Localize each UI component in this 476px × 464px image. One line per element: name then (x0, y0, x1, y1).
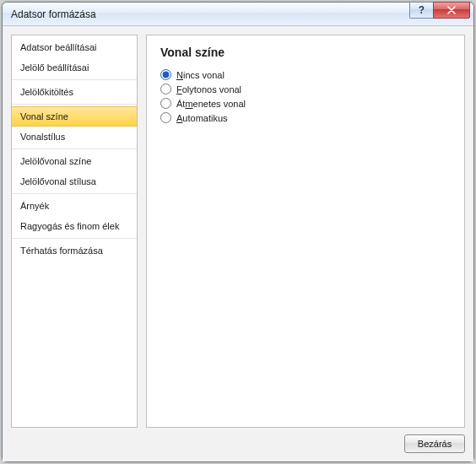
sidebar-item-label: Vonalstílus (20, 132, 65, 142)
sidebar-item-3[interactable]: Vonal színe (12, 106, 137, 127)
close-icon (446, 6, 457, 14)
sidebar-item-label: Jelölő beállításai (20, 62, 89, 73)
sidebar-item-label: Jelölővonal stílusa (20, 176, 96, 186)
help-button[interactable]: ? (409, 2, 433, 19)
panel-heading: Vonal színe (160, 46, 451, 59)
sidebar-separator (12, 238, 137, 239)
client-area: Adatsor beállításaiJelölő beállításaiJel… (3, 26, 473, 461)
sidebar-separator (12, 104, 137, 105)
sidebar-separator (12, 148, 137, 149)
sidebar-item-7[interactable]: Árnyék (12, 196, 137, 216)
radio-input[interactable] (160, 69, 171, 80)
title-controls: ? (409, 2, 470, 19)
sidebar-item-label: Jelölőkitöltés (20, 87, 73, 97)
close-button[interactable]: Bezárás (404, 434, 465, 453)
titlebar: Adatsor formázása ? (3, 3, 473, 26)
sidebar-item-label: Térhatás formázása (20, 245, 103, 256)
sidebar-item-label: Árnyék (20, 201, 49, 211)
close-button-label: Bezárás (418, 439, 452, 449)
sidebar-item-6[interactable]: Jelölővonal stílusa (12, 171, 137, 192)
sidebar-item-label: Jelölővonal színe (20, 156, 91, 166)
radio-option-0[interactable]: Nincs vonal (160, 67, 451, 82)
radio-option-3[interactable]: Automatikus (160, 111, 451, 125)
sidebar-item-label: Ragyogás és finom élek (20, 221, 119, 231)
sidebar-item-label: Vonal színe (20, 111, 68, 121)
sidebar-item-5[interactable]: Jelölővonal színe (12, 151, 137, 171)
sidebar-item-1[interactable]: Jelölő beállításai (12, 57, 137, 78)
dialog-window: Adatsor formázása ? Adatsor beállításaiJ… (2, 2, 474, 462)
radio-option-2[interactable]: Átmenetes vonal (160, 96, 451, 111)
sidebar-item-2[interactable]: Jelölőkitöltés (12, 82, 137, 102)
radio-label: Folytonos vonal (176, 84, 241, 94)
dialog-footer: Bezárás (11, 428, 465, 453)
sidebar-item-8[interactable]: Ragyogás és finom élek (12, 216, 137, 236)
window-title: Adatsor formázása (11, 8, 96, 20)
help-icon: ? (419, 4, 425, 16)
window-close-button[interactable] (433, 2, 470, 19)
sidebar-separator (12, 79, 137, 80)
radio-group-line-color: Nincs vonalFolytonos vonalÁtmenetes vona… (160, 67, 451, 125)
radio-label: Automatikus (176, 113, 228, 123)
sidebar-separator (12, 193, 137, 194)
content-panel: Vonal színe Nincs vonalFolytonos vonalÁt… (146, 35, 465, 428)
sidebar-item-9[interactable]: Térhatás formázása (12, 240, 137, 261)
sidebar-item-4[interactable]: Vonalstílus (12, 127, 137, 147)
radio-label: Átmenetes vonal (176, 99, 246, 109)
radio-label: Nincs vonal (176, 70, 224, 80)
category-sidebar: Adatsor beállításaiJelölő beállításaiJel… (11, 35, 138, 428)
body-row: Adatsor beállításaiJelölő beállításaiJel… (11, 35, 465, 428)
radio-option-1[interactable]: Folytonos vonal (160, 82, 451, 96)
sidebar-item-label: Adatsor beállításai (20, 42, 97, 52)
radio-input[interactable] (160, 112, 171, 123)
sidebar-item-0[interactable]: Adatsor beállításai (12, 37, 137, 57)
radio-input[interactable] (160, 98, 171, 109)
radio-input[interactable] (160, 84, 171, 94)
